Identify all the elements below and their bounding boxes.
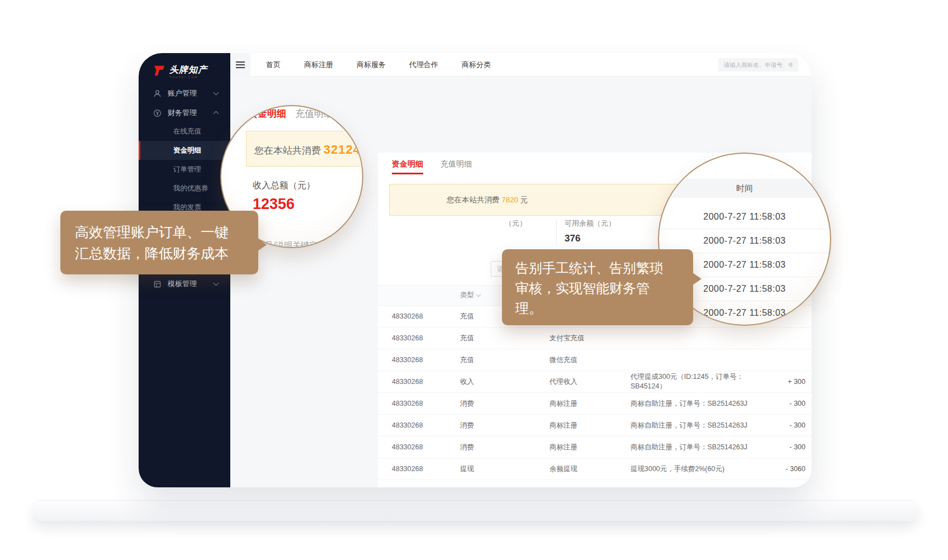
cell-balance: ¥12231 [805,421,812,429]
sidebar-item-templates[interactable]: 模板管理 [139,274,230,293]
stat-divider [556,220,557,244]
laptop-base [32,500,918,521]
magnified-income-label: 收入总额（元） [253,180,315,192]
cell-balance: ¥12231 [805,465,812,473]
nav-link[interactable]: 商标分类 [462,60,491,70]
user-icon [153,89,162,98]
magnified-time-value: 2000-7-27 11:58:03 [659,205,830,229]
cell-amount: - 300 [779,400,805,407]
logo-icon [153,64,165,77]
cell-balance: ¥12231 [805,400,812,407]
sidebar-item-account[interactable]: 账户管理 [139,84,230,103]
sidebar-item-label: 模板管理 [168,279,197,289]
sidebar-item-label: 订单管理 [173,165,201,174]
nav-link[interactable]: 商标服务 [357,60,386,70]
magnified-banner: 您在本站共消费 32124 [246,131,363,167]
tab-fund-details[interactable]: 资金明细 [392,159,423,169]
sidebar-item-label: 资金明细 [173,146,201,155]
sidebar-item-fund-details[interactable]: 资金明细 [139,141,230,160]
cell-type: 充值 [460,334,549,343]
cell-desc: 提现3000元，手续费2%(60元) [631,464,779,474]
cell-project: 余额提现 [549,464,631,474]
cell-order-number: 48330268 [392,356,460,364]
finance-icon [153,109,162,117]
cell-order-number: 48330268 [392,465,460,473]
stat-partial: （元） [505,219,527,229]
table-row: 48330268 收入 代理收入 代理提成300元（ID:1245，订单号：SB… [378,371,812,393]
cell-project: 商标注册 [549,421,631,430]
cell-amount: - 300 [779,421,805,429]
page: 头牌知产 TOUPAI.COM 账户管理 财务管理 [0,0,948,560]
cell-balance: ¥12231 [805,378,812,386]
sort-chevron-icon [476,292,481,297]
magnified-consumption-amount: 32124 [324,143,361,156]
cell-desc: 商标自助注册，订单号：SB2514263J [631,421,779,430]
sidebar-item-label: 在线充值 [173,127,201,136]
sidebar-item-coupons[interactable]: 我的优惠券 [139,179,230,198]
cell-type: 提现 [460,464,549,474]
cell-type: 消费 [460,421,549,430]
tooltip-right: 告别手工统计、告别繁琐 审核，实现智能财务管 理。 [502,249,693,325]
sidebar-item-online-recharge[interactable]: 在线充值 [139,122,230,141]
sidebar-item-finance[interactable]: 财务管理 [139,103,230,122]
consumption-banner-text: 您在本站共消费 7820 元 [447,195,528,205]
logo-subtext: TOUPAI.COM [169,75,207,79]
cell-amount: - 300 [779,443,805,451]
nav-links: 首页 商标注册 商标服务 代理合作 商标分类 [266,53,491,77]
cell-order-number: 48330268 [392,334,460,342]
magnified-time-header: 时间 [658,179,831,198]
template-icon [153,280,162,288]
table-row: 48330268 消费 商标注册 商标自助注册，订单号：SB2514263J -… [378,415,812,436]
nav-link[interactable]: 首页 [266,60,281,70]
nav-link[interactable]: 代理合作 [409,60,438,70]
cell-project: 商标注册 [549,399,631,409]
cell-order-number: 48330268 [392,400,460,407]
cell-type: 消费 [460,399,549,409]
top-navbar: 首页 商标注册 商标服务 代理合作 商标分类 [230,53,812,77]
cell-project: 微信充值 [549,355,631,365]
cell-project: 支付宝充值 [549,334,631,343]
table-row: 48330268 充值 微信充值 2000-7-27 11:58:03 [378,349,812,371]
sidebar-item-label: 账户管理 [168,88,197,98]
cell-desc: 商标自助注册，订单号：SB2514263J [631,443,779,452]
cell-balance: ¥12231 [805,443,812,451]
table-row: 48330268 提现 余额提现 提现3000元，手续费2%(60元) - 30… [378,458,812,480]
cell-desc: 商标自助注册，订单号：SB2514263J [631,399,779,409]
stat-label: 可用余额（元） [565,219,615,229]
chevron-down-icon [214,280,219,286]
logo-title: 头牌知产 [169,64,207,75]
sidebar-item-order-management[interactable]: 订单管理 [139,160,230,179]
table-body: 48330268 充值 微信充值 2000-7-27 11:58:03 4833… [378,306,812,480]
stat-label: （元） [505,219,527,229]
cell-type: 收入 [460,377,549,387]
sidebar-item-label: 我的优惠券 [173,184,208,193]
cell-amount: - 3060 [779,465,805,473]
chevron-down-icon [214,89,219,95]
hamburger-menu-button[interactable] [230,53,250,77]
table-row: 48330268 充值 支付宝充值 2000-7-27 11:58:03 [378,328,812,349]
consumption-amount: 7820 [501,196,518,204]
cell-project: 代理收入 [549,377,631,387]
cell-desc: 代理提成300元（ID:1245，订单号：SB45124） [631,372,779,391]
cell-project: 商标注册 [549,443,631,452]
table-row: 48330268 消费 商标注册 商标自助注册，订单号：SB2514263J -… [378,393,812,415]
cell-amount: + 300 [779,378,805,386]
stat-value: 376 [565,233,615,244]
tooltip-left: 高效管理账户订单、一键 汇总数据，降低财务成本 [60,211,258,274]
nav-link[interactable]: 商标注册 [304,60,333,70]
tab-recharge-details[interactable]: 充值明细 [440,159,472,169]
cell-order-number: 48330268 [392,421,460,429]
magnified-income-value: 12356 [253,196,295,213]
cell-order-number: 48330268 [392,378,460,386]
chevron-up-icon [214,111,219,116]
table-row: 48330268 消费 商标注册 商标自助注册，订单号：SB2514263J -… [378,436,812,458]
cell-order-number: 48330268 [392,443,460,451]
search-input[interactable] [718,58,798,72]
stat-available-balance: 可用余额（元） 376 [565,219,615,244]
sidebar-item-label: 财务管理 [168,108,197,118]
cell-order-number: 48330268 [392,312,460,320]
logo: 头牌知产 TOUPAI.COM [153,64,207,79]
cell-type: 消费 [460,443,549,452]
cell-type: 充值 [460,355,549,365]
